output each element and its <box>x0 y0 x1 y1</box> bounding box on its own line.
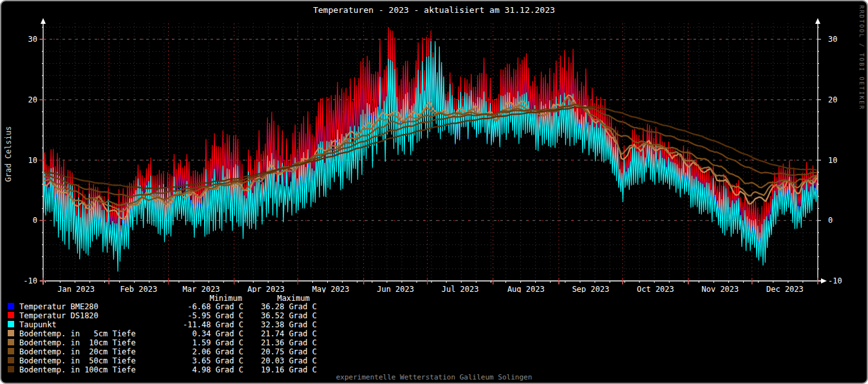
y-tick-label-right: -10 <box>828 276 842 285</box>
legend-swatch <box>8 321 14 327</box>
y-tick-label-left: 0 <box>33 216 37 225</box>
legend-swatch <box>8 303 14 309</box>
x-tick-label-month: May 2023 <box>312 285 350 293</box>
x-tick-label-month: Apr 2023 <box>247 285 285 293</box>
y-tick-label-right: 30 <box>828 35 837 44</box>
legend-maximum-value: 36.52 Grad C <box>214 311 317 320</box>
y-tick-label-left: 10 <box>28 156 37 165</box>
x-tick-label-month: Feb 2023 <box>120 285 157 293</box>
legend-maximum-value: 20.75 Grad C <box>214 347 317 356</box>
x-tick-label-month: Nov 2023 <box>702 285 739 293</box>
legend-label: Bodentemp. in 50cm Tiefe <box>19 356 136 365</box>
plot-series <box>44 28 817 272</box>
legend-maximum-value: 32.38 Grad C <box>214 320 317 329</box>
legend-maximum-value: 36.28 Grad C <box>214 302 317 311</box>
legend-swatch <box>8 366 14 372</box>
legend-maximum-value: 21.36 Grad C <box>214 338 317 347</box>
legend-maximum-value: 20.03 Grad C <box>214 356 317 365</box>
y-tick-label-left: -10 <box>23 276 37 285</box>
y-tick-label-right: 0 <box>828 216 833 225</box>
legend-swatch <box>8 330 14 336</box>
temperature-plot: -10-1000101020203030Jan 2023Feb 2023Mar … <box>1 1 868 293</box>
legend-swatch <box>8 312 14 318</box>
x-tick-label-month: Sep 2023 <box>572 285 609 293</box>
x-tick-label-month: Jan 2023 <box>57 285 95 293</box>
x-tick-label-month: Jun 2023 <box>377 285 414 293</box>
x-tick-label-month: Aug 2023 <box>507 285 545 293</box>
x-tick-label-month: Oct 2023 <box>637 285 674 293</box>
rrdtool-graph: Temperaturen - 2023 - aktualisiert am 31… <box>0 0 868 384</box>
footer-station-name: experimentelle Wetterstation Galileum So… <box>1 373 867 381</box>
legend-label: Temperatur DS1820 <box>19 311 99 320</box>
legend-header-maximum: Maximum <box>214 294 310 303</box>
y-tick-label-left: 30 <box>28 35 37 44</box>
y-tick-label-left: 20 <box>28 95 37 104</box>
legend-label: Bodentemp. in 20cm Tiefe <box>19 347 136 356</box>
legend-label: Temperatur BME280 <box>19 302 99 311</box>
y-tick-label-right: 20 <box>828 95 837 104</box>
legend-swatch <box>8 339 14 345</box>
legend-swatch <box>8 348 14 354</box>
x-tick-label-month: Mar 2023 <box>183 285 220 293</box>
legend-maximum-value: 21.74 Grad C <box>214 329 317 338</box>
legend-label: Taupunkt <box>19 320 57 329</box>
legend-swatch <box>8 357 14 363</box>
x-tick-label-month: Dec 2023 <box>766 285 804 293</box>
y-tick-label-right: 10 <box>828 156 837 165</box>
legend-label: Bodentemp. in 10cm Tiefe <box>19 338 136 347</box>
legend-label: Bodentemp. in 5cm Tiefe <box>19 329 136 338</box>
x-tick-label-month: Jul 2023 <box>442 285 479 293</box>
